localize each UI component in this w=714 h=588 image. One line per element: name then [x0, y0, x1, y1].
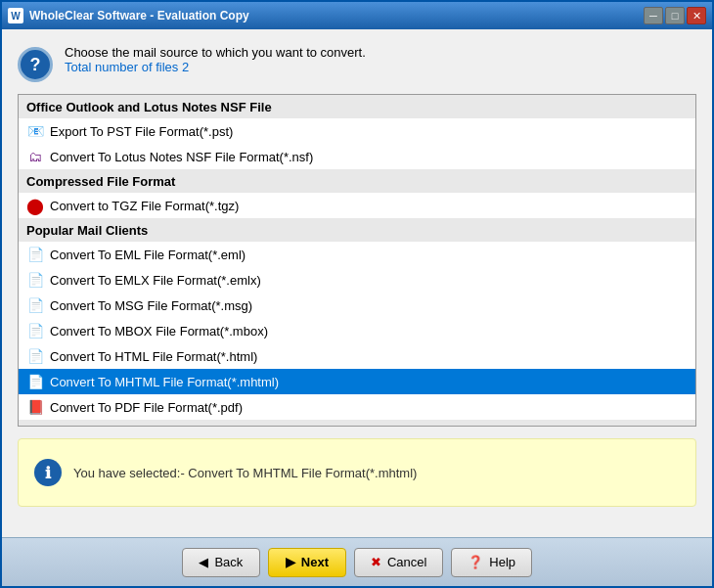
title-bar-left: W WholeClear Software - Evaluation Copy — [8, 8, 249, 23]
cancel-button[interactable]: ✖ Cancel — [354, 548, 443, 577]
format-list[interactable]: Office Outlook and Lotus Notes NSF File … — [18, 94, 696, 427]
help-label: Help — [489, 555, 515, 569]
back-icon: ◀ — [199, 555, 208, 569]
list-item-mhtml[interactable]: 📄 Convert To MHTML File Format(*.mhtml) — [19, 369, 695, 394]
pst-label: Export To PST File Format(*.pst) — [50, 124, 233, 139]
header-text: Choose the mail source to which you want… — [65, 45, 366, 74]
emlx-icon: 📄 — [26, 271, 44, 289]
header-section: ? Choose the mail source to which you wa… — [18, 45, 696, 82]
mhtml-label: Convert To MHTML File Format(*.mhtml) — [50, 375, 279, 389]
pdf-label: Convert To PDF File Format(*.pdf) — [50, 400, 243, 415]
msg-label: Convert To MSG File Format(*.msg) — [50, 298, 252, 313]
pdf-icon: 📕 — [26, 398, 44, 416]
list-item-nsf[interactable]: 🗂 Convert To Lotus Notes NSF File Format… — [19, 144, 695, 169]
eml-icon: 📄 — [26, 246, 44, 263]
list-item-eml[interactable]: 📄 Convert To EML File Format(*.eml) — [19, 242, 695, 267]
tgz-label: Convert to TGZ File Format(*.tgz) — [50, 199, 239, 213]
minimize-button[interactable]: ─ — [644, 7, 663, 24]
app-icon: W — [8, 8, 23, 23]
eml-label: Convert To EML File Format(*.eml) — [50, 248, 245, 262]
list-item-html[interactable]: 📄 Convert To HTML File Format(*.html) — [19, 343, 695, 369]
back-button[interactable]: ◀ Back — [182, 548, 260, 577]
info-text: You have selected:- Convert To MHTML Fil… — [73, 466, 417, 480]
category-remote: Upload To Remote Servers — [19, 420, 695, 427]
info-icon: ℹ — [34, 459, 62, 486]
next-label: Next — [301, 555, 329, 569]
title-bar-controls: ─ □ ✕ — [644, 7, 706, 24]
window-title: WholeClear Software - Evaluation Copy — [29, 9, 249, 23]
msg-icon: 📄 — [26, 296, 44, 314]
list-item-pdf[interactable]: 📕 Convert To PDF File Format(*.pdf) — [19, 394, 695, 420]
mhtml-icon: 📄 — [26, 373, 44, 390]
category-compressed: Compressed File Format — [19, 169, 695, 193]
file-count: Total number of files 2 — [65, 60, 366, 74]
html-label: Convert To HTML File Format(*.html) — [50, 349, 257, 364]
next-button[interactable]: ▶ Next — [268, 548, 346, 577]
maximize-button[interactable]: □ — [665, 7, 685, 24]
mbox-icon: 📄 — [26, 322, 44, 339]
cancel-icon: ✖ — [371, 555, 381, 569]
back-label: Back — [214, 555, 243, 569]
header-title: Choose the mail source to which you want… — [65, 45, 366, 60]
pst-icon: 📧 — [26, 122, 44, 140]
emlx-label: Convert To EMLX File Format(*.emlx) — [50, 273, 261, 288]
list-item-tgz[interactable]: ⬤ Convert to TGZ File Format(*.tgz) — [19, 193, 695, 218]
help-icon: ❓ — [468, 555, 483, 569]
title-bar: W WholeClear Software - Evaluation Copy … — [2, 2, 712, 29]
app-icon-letter: W — [11, 11, 20, 22]
cancel-label: Cancel — [387, 555, 426, 569]
footer-bar: ◀ Back ▶ Next ✖ Cancel ❓ Help — [2, 537, 712, 586]
main-window: W WholeClear Software - Evaluation Copy … — [0, 0, 714, 588]
list-item-pst[interactable]: 📧 Export To PST File Format(*.pst) — [19, 118, 695, 144]
nsf-icon: 🗂 — [26, 148, 44, 165]
category-popular: Popular Mail Clients — [19, 218, 695, 242]
list-item-mbox[interactable]: 📄 Convert To MBOX File Format(*.mbox) — [19, 318, 695, 343]
question-icon: ? — [18, 47, 53, 82]
category-office: Office Outlook and Lotus Notes NSF File — [19, 95, 695, 118]
help-button[interactable]: ❓ Help — [451, 548, 532, 577]
info-box: ℹ You have selected:- Convert To MHTML F… — [18, 438, 696, 507]
mbox-label: Convert To MBOX File Format(*.mbox) — [50, 324, 268, 339]
list-item-emlx[interactable]: 📄 Convert To EMLX File Format(*.emlx) — [19, 267, 695, 293]
nsf-label: Convert To Lotus Notes NSF File Format(*… — [50, 150, 313, 164]
next-icon: ▶ — [286, 555, 295, 569]
content-area: ? Choose the mail source to which you wa… — [2, 29, 712, 537]
list-item-msg[interactable]: 📄 Convert To MSG File Format(*.msg) — [19, 293, 695, 318]
html-icon: 📄 — [26, 347, 44, 365]
close-button[interactable]: ✕ — [687, 7, 706, 24]
tgz-icon: ⬤ — [26, 197, 44, 214]
